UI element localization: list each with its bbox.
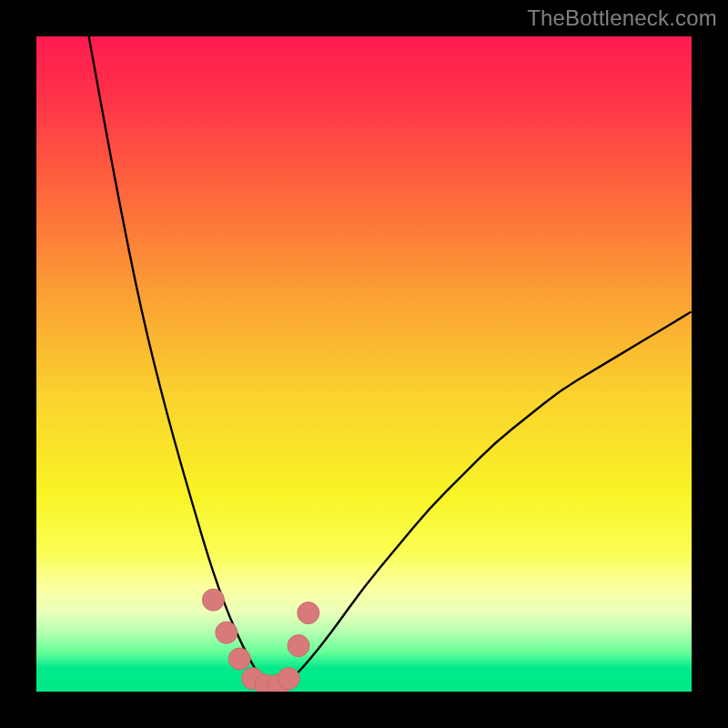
curve-marker [288, 635, 309, 657]
curve-marker [202, 589, 224, 611]
curve-marker [298, 602, 319, 624]
curve-marker [278, 668, 299, 690]
watermark-text: TheBottleneck.com [527, 5, 717, 31]
chart-frame: TheBottleneck.com [0, 0, 728, 728]
curve-marker [216, 622, 238, 643]
curve-marker [228, 648, 250, 670]
bottleneck-curve [36, 36, 692, 692]
plot-area [36, 36, 692, 692]
